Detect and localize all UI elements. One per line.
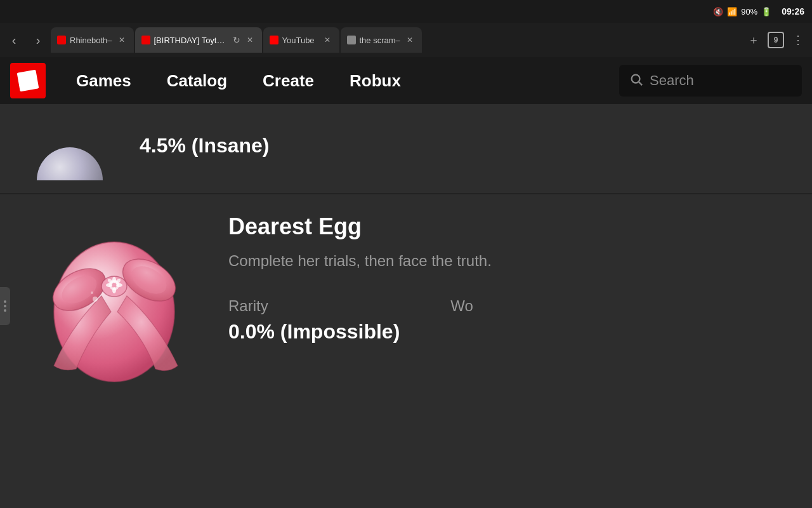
previous-egg-svg [32, 110, 108, 180]
search-icon [629, 72, 643, 90]
worth-stat: Wo [450, 297, 473, 344]
sidebar-dots [4, 300, 6, 312]
tab-2-reload[interactable]: ↻ [233, 35, 240, 45]
nav-robux[interactable]: Robux [332, 57, 419, 104]
main-item-info: Dearest Egg Complete her trials, then fa… [209, 207, 799, 398]
svg-point-3 [37, 147, 103, 180]
tab-4-label: the scram– [360, 36, 400, 45]
nav-links: Games Catalog Create Robux [58, 57, 619, 104]
tab-scram[interactable]: the scram– ✕ [341, 27, 422, 53]
tab-3-label: YouTube [282, 36, 318, 45]
roblox-logo[interactable] [10, 63, 46, 98]
svg-point-18 [112, 287, 116, 293]
tab-actions: ＋ 9 ⋮ [742, 29, 809, 51]
roblox-navbar: Games Catalog Create Robux Search [0, 57, 812, 104]
rarity-label: Rarity [228, 297, 400, 315]
tab-2-favicon [141, 36, 150, 44]
tab-birthday-toytale[interactable]: [BIRTHDAY] Toytale Roleplay – ↻ ✕ [135, 27, 262, 53]
tab-count-badge[interactable]: 9 [768, 32, 784, 48]
item-stats: Rarity 0.0% (Impossible) Wo [228, 297, 799, 344]
main-item-section: Dearest Egg Complete her trials, then fa… [0, 194, 812, 410]
tab-bar: ‹ › Rhineboth– ✕ [BIRTHDAY] Toytale Role… [0, 23, 812, 57]
item-description: Complete her trials, then face the truth… [228, 250, 799, 272]
dearest-egg-image [13, 207, 209, 398]
tab-1-close[interactable]: ✕ [116, 34, 128, 46]
svg-point-24 [91, 291, 93, 294]
tab-1-label: Rhineboth– [70, 36, 112, 45]
battery-text: 90% [741, 7, 757, 17]
nav-games[interactable]: Games [58, 57, 149, 104]
tab-rhineboth[interactable]: Rhineboth– ✕ [51, 27, 134, 53]
svg-point-23 [93, 297, 98, 302]
new-tab-button[interactable]: ＋ [742, 29, 765, 51]
previous-rarity-value: 4.5% (Insane) [140, 134, 799, 157]
status-icons: 🔇 📶 90% 🔋 [713, 7, 771, 17]
tab-2-label: [BIRTHDAY] Toytale Roleplay – [154, 36, 229, 45]
svg-point-0 [632, 74, 640, 83]
tab-youtube[interactable]: YouTube ✕ [263, 27, 339, 53]
worth-label: Wo [450, 297, 473, 315]
previous-item-info: 4.5% (Insane) [127, 134, 799, 157]
item-name: Dearest Egg [228, 213, 799, 240]
dearest-egg-svg [19, 213, 203, 391]
tab-3-close[interactable]: ✕ [322, 34, 333, 46]
roblox-logo-inner [17, 70, 39, 92]
mute-icon: 🔇 [713, 7, 723, 17]
forward-button[interactable]: › [27, 29, 49, 51]
status-time: 09:26 [782, 6, 804, 17]
previous-item-image [13, 110, 127, 180]
search-placeholder: Search [650, 72, 694, 89]
rarity-stat: Rarity 0.0% (Impossible) [228, 297, 400, 344]
tab-4-favicon [347, 36, 356, 44]
tab-4-close[interactable]: ✕ [404, 34, 416, 46]
tab-2-close[interactable]: ✕ [244, 34, 256, 46]
tab-1-favicon [57, 36, 66, 44]
tab-3-favicon [270, 36, 278, 44]
content-area: 4.5% (Insane) [0, 104, 812, 508]
battery-icon: 🔋 [761, 7, 771, 17]
nav-create[interactable]: Create [245, 57, 332, 104]
status-bar: 🔇 📶 90% 🔋 09:26 [0, 0, 812, 23]
sidebar-handle[interactable] [0, 287, 10, 325]
search-box[interactable]: Search [619, 65, 802, 97]
nav-catalog[interactable]: Catalog [149, 57, 245, 104]
wifi-icon: 📶 [727, 7, 737, 17]
svg-line-1 [639, 82, 642, 85]
rarity-value: 0.0% (Impossible) [228, 320, 400, 344]
back-button[interactable]: ‹ [3, 29, 25, 51]
menu-button[interactable]: ⋮ [787, 29, 809, 51]
previous-item-section: 4.5% (Insane) [0, 104, 812, 194]
